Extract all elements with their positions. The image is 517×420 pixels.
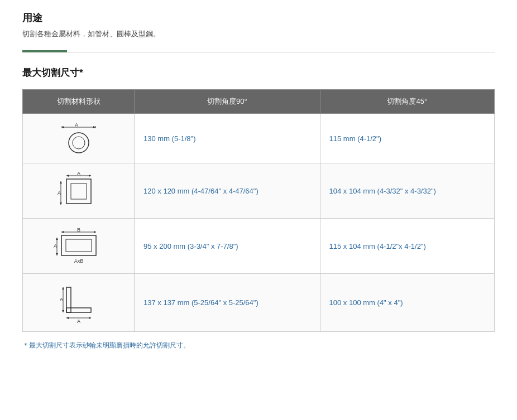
svg-marker-4 <box>62 126 64 128</box>
svg-rect-17 <box>71 184 87 199</box>
usage-title: 用途 <box>22 11 495 25</box>
spec-45-angle: 100 x 100 mm (4" x 4") <box>320 274 494 332</box>
svg-marker-24 <box>56 253 58 255</box>
table-row: A A 137 x 137 mm (5-25/64" x 5-25/64") <box>23 274 495 332</box>
divider-line <box>22 52 495 52</box>
divider-accent <box>22 50 67 52</box>
svg-marker-31 <box>62 310 64 312</box>
spec-table: 切割材料形狀 切割角度90° 切割角度45° A <box>22 89 495 332</box>
table-row: B A AxB 95 x 200 mm (3-3/4" x 7 <box>23 219 495 274</box>
svg-marker-9 <box>66 175 69 177</box>
shape-cell-square: A A <box>23 163 135 219</box>
footnote: ＊最大切割尺寸表示砂輪未明顯磨損時的允許切割尺寸。 <box>22 341 495 350</box>
angle-iron-diagram: A A <box>56 282 101 324</box>
shape-cell-rect: B A AxB <box>23 219 135 274</box>
spec-90-angle: 137 x 137 mm (5-25/64" x 5-25/64") <box>135 274 320 332</box>
svg-text:A: A <box>59 297 63 302</box>
col-header-45: 切割角度45° <box>320 90 494 114</box>
svg-rect-38 <box>66 308 91 312</box>
svg-point-6 <box>69 133 89 153</box>
svg-marker-34 <box>66 317 69 319</box>
spec-45-square: 104 x 104 mm (4-3/32" x 4-3/32") <box>320 163 494 219</box>
spec-45-rect: 115 x 104 mm (4-1/2"x 4-1/2") <box>320 219 494 274</box>
table-row: A 130 mm (5-1/8") 115 mm (4-1/2") <box>23 114 495 163</box>
svg-marker-20 <box>94 231 96 233</box>
svg-marker-23 <box>56 238 58 240</box>
svg-rect-27 <box>66 239 92 252</box>
section-divider <box>22 50 495 52</box>
spec-90-round: 130 mm (5-1/8") <box>135 114 320 163</box>
svg-text:B: B <box>76 227 80 233</box>
svg-text:A: A <box>76 171 80 176</box>
svg-marker-30 <box>62 287 64 289</box>
table-section-title: 最大切割尺寸* <box>22 66 495 79</box>
spec-90-rect: 95 x 200 mm (3-3/4" x 7-7/8") <box>135 219 320 274</box>
svg-rect-37 <box>66 287 71 312</box>
svg-text:A: A <box>57 190 60 196</box>
svg-text:A: A <box>76 318 80 324</box>
svg-text:AxB: AxB <box>74 258 83 264</box>
usage-desc: 切割各種金屬材料，如管材、圓棒及型鋼。 <box>22 29 495 39</box>
spec-90-square: 120 x 120 mm (4-47/64" x 4-47/64") <box>135 163 320 219</box>
svg-marker-14 <box>60 202 62 205</box>
col-header-shape: 切割材料形狀 <box>23 90 135 114</box>
spec-45-round: 115 mm (4-1/2") <box>320 114 494 163</box>
table-row: A A 120 x 120 mm (4-47/64" x 4-47/64") 1… <box>23 163 495 219</box>
svg-marker-13 <box>60 181 62 184</box>
svg-rect-26 <box>61 235 96 255</box>
svg-marker-10 <box>89 175 91 177</box>
shape-cell-round: A <box>23 114 135 163</box>
page-container: 用途 切割各種金屬材料，如管材、圓棒及型鋼。 最大切割尺寸* 切割材料形狀 切割… <box>0 0 517 361</box>
svg-point-7 <box>73 137 85 149</box>
round-tube-diagram: A <box>56 122 101 155</box>
square-tube-diagram: A A <box>56 171 101 210</box>
svg-marker-19 <box>61 231 64 233</box>
svg-text:A: A <box>74 122 78 128</box>
svg-marker-5 <box>93 126 95 128</box>
col-header-90: 切割角度90° <box>135 90 320 114</box>
svg-marker-35 <box>89 317 91 319</box>
usage-section: 用途 切割各種金屬材料，如管材、圓棒及型鋼。 <box>22 11 495 39</box>
rect-tube-diagram: B A AxB <box>54 226 104 265</box>
shape-cell-angle: A A <box>23 274 135 332</box>
svg-text:A: A <box>54 243 57 249</box>
svg-rect-16 <box>66 179 91 204</box>
